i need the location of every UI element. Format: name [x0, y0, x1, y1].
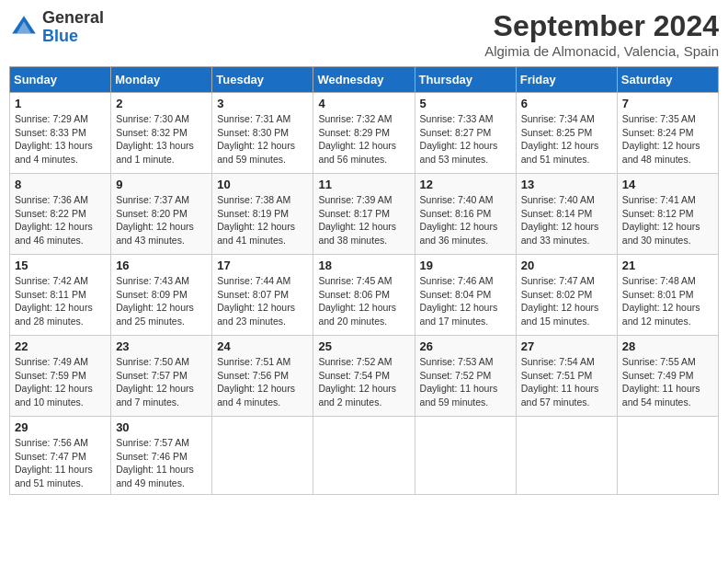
- week-row-3: 15 Sunrise: 7:42 AMSunset: 8:11 PMDaylig…: [10, 255, 719, 336]
- day-8: 8 Sunrise: 7:36 AMSunset: 8:22 PMDayligh…: [10, 174, 111, 255]
- day-30: 30 Sunrise: 7:57 AMSunset: 7:46 PMDaylig…: [111, 417, 212, 495]
- week-row-1: 1 Sunrise: 7:29 AMSunset: 8:33 PMDayligh…: [10, 93, 719, 174]
- week-row-2: 8 Sunrise: 7:36 AMSunset: 8:22 PMDayligh…: [10, 174, 719, 255]
- day-20: 20 Sunrise: 7:47 AMSunset: 8:02 PMDaylig…: [516, 255, 617, 336]
- empty-cell-1: [212, 417, 313, 495]
- empty-cell-5: [617, 417, 718, 495]
- title-block: September 2024 Algimia de Almonacid, Val…: [484, 9, 719, 59]
- month-title: September 2024: [484, 9, 719, 43]
- day-3: 3 Sunrise: 7:31 AMSunset: 8:30 PMDayligh…: [212, 93, 313, 174]
- day-6: 6 Sunrise: 7:34 AMSunset: 8:25 PMDayligh…: [516, 93, 617, 174]
- calendar: Sunday Monday Tuesday Wednesday Thursday…: [9, 66, 719, 495]
- logo: General Blue: [9, 9, 104, 46]
- day-13: 13 Sunrise: 7:40 AMSunset: 8:14 PMDaylig…: [516, 174, 617, 255]
- empty-cell-3: [415, 417, 516, 495]
- logo-icon: [9, 13, 39, 42]
- location: Algimia de Almonacid, Valencia, Spain: [484, 43, 719, 59]
- day-25: 25 Sunrise: 7:52 AMSunset: 7:54 PMDaylig…: [313, 336, 415, 417]
- empty-cell-2: [313, 417, 415, 495]
- header-friday: Friday: [516, 67, 617, 93]
- day-7: 7 Sunrise: 7:35 AMSunset: 8:24 PMDayligh…: [617, 93, 718, 174]
- week-row-5: 29 Sunrise: 7:56 AMSunset: 7:47 PMDaylig…: [10, 417, 719, 495]
- empty-cell-4: [516, 417, 617, 495]
- day-29: 29 Sunrise: 7:56 AMSunset: 7:47 PMDaylig…: [10, 417, 111, 495]
- day-17: 17 Sunrise: 7:44 AMSunset: 8:07 PMDaylig…: [212, 255, 313, 336]
- day-28: 28 Sunrise: 7:55 AMSunset: 7:49 PMDaylig…: [617, 336, 718, 417]
- day-9: 9 Sunrise: 7:37 AMSunset: 8:20 PMDayligh…: [111, 174, 212, 255]
- day-24: 24 Sunrise: 7:51 AMSunset: 7:56 PMDaylig…: [212, 336, 313, 417]
- day-11: 11 Sunrise: 7:39 AMSunset: 8:17 PMDaylig…: [313, 174, 415, 255]
- week-row-4: 22 Sunrise: 7:49 AMSunset: 7:59 PMDaylig…: [10, 336, 719, 417]
- header-monday: Monday: [111, 67, 212, 93]
- day-14: 14 Sunrise: 7:41 AMSunset: 8:12 PMDaylig…: [617, 174, 718, 255]
- logo-general: General: [42, 8, 104, 27]
- header-wednesday: Wednesday: [313, 67, 415, 93]
- header-sunday: Sunday: [10, 67, 111, 93]
- day-21: 21 Sunrise: 7:48 AMSunset: 8:01 PMDaylig…: [617, 255, 718, 336]
- day-16: 16 Sunrise: 7:43 AMSunset: 8:09 PMDaylig…: [111, 255, 212, 336]
- header-thursday: Thursday: [415, 67, 516, 93]
- page-header: General Blue September 2024 Algimia de A…: [9, 9, 719, 59]
- day-19: 19 Sunrise: 7:46 AMSunset: 8:04 PMDaylig…: [415, 255, 516, 336]
- day-15: 15 Sunrise: 7:42 AMSunset: 8:11 PMDaylig…: [10, 255, 111, 336]
- day-5: 5 Sunrise: 7:33 AMSunset: 8:27 PMDayligh…: [415, 93, 516, 174]
- day-26: 26 Sunrise: 7:53 AMSunset: 7:52 PMDaylig…: [415, 336, 516, 417]
- header-saturday: Saturday: [617, 67, 718, 93]
- logo-blue: Blue: [42, 27, 78, 45]
- day-27: 27 Sunrise: 7:54 AMSunset: 7:51 PMDaylig…: [516, 336, 617, 417]
- day-4: 4 Sunrise: 7:32 AMSunset: 8:29 PMDayligh…: [313, 93, 415, 174]
- day-18: 18 Sunrise: 7:45 AMSunset: 8:06 PMDaylig…: [313, 255, 415, 336]
- day-12: 12 Sunrise: 7:40 AMSunset: 8:16 PMDaylig…: [415, 174, 516, 255]
- day-1: 1 Sunrise: 7:29 AMSunset: 8:33 PMDayligh…: [10, 93, 111, 174]
- weekday-header-row: Sunday Monday Tuesday Wednesday Thursday…: [10, 67, 719, 93]
- day-10: 10 Sunrise: 7:38 AMSunset: 8:19 PMDaylig…: [212, 174, 313, 255]
- day-23: 23 Sunrise: 7:50 AMSunset: 7:57 PMDaylig…: [111, 336, 212, 417]
- header-tuesday: Tuesday: [212, 67, 313, 93]
- day-22: 22 Sunrise: 7:49 AMSunset: 7:59 PMDaylig…: [10, 336, 111, 417]
- day-2: 2 Sunrise: 7:30 AMSunset: 8:32 PMDayligh…: [111, 93, 212, 174]
